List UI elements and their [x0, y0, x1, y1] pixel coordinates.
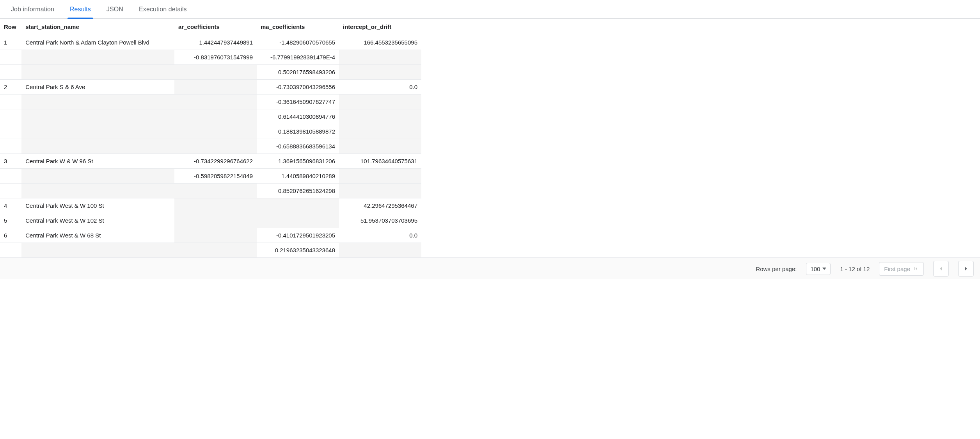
cell-ar-coefficient	[174, 95, 257, 109]
cell-ma-coefficient: -0.6588836683596134	[257, 139, 339, 154]
cell-row-number: 1	[0, 35, 21, 50]
cell-ar-coefficient	[174, 213, 257, 228]
cell-station-name: Central Park W & W 96 St	[21, 154, 174, 169]
cell-ar-coefficient	[174, 109, 257, 124]
cell-ma-coefficient: 0.21963235043323648	[257, 243, 339, 258]
cell-intercept	[339, 139, 421, 154]
cell-row-number	[0, 124, 21, 139]
cell-ar-coefficient: -0.7342299296764622	[174, 154, 257, 169]
table-row: 3Central Park W & W 96 St-0.734229929676…	[0, 154, 421, 169]
cell-row-number: 3	[0, 154, 21, 169]
table-row: 5Central Park West & W 102 St51.95370370…	[0, 213, 421, 228]
cell-intercept	[339, 95, 421, 109]
cell-intercept	[339, 65, 421, 80]
cell-row-number	[0, 95, 21, 109]
cell-ar-coefficient: -0.5982059822154849	[174, 169, 257, 184]
cell-row-number: 2	[0, 80, 21, 95]
col-header-station: start_station_name	[21, 19, 174, 35]
cell-ar-coefficient	[174, 184, 257, 198]
table-row: 0.8520762651624298	[0, 184, 421, 198]
tab-json[interactable]: JSON	[100, 0, 130, 19]
cell-station-name: Central Park West & W 100 St	[21, 198, 174, 213]
cell-ar-coefficient	[174, 65, 257, 80]
first-page-icon	[913, 266, 919, 272]
table-row: 0.5028176598493206	[0, 65, 421, 80]
chevron-right-icon	[962, 265, 970, 273]
table-row: 0.6144410300894776	[0, 109, 421, 124]
cell-ar-coefficient	[174, 80, 257, 95]
cell-row-number	[0, 169, 21, 184]
cell-intercept	[339, 184, 421, 198]
cell-intercept	[339, 50, 421, 65]
results-table: Row start_station_name ar_coefficients m…	[0, 19, 421, 257]
cell-station-name: Central Park West & W 68 St	[21, 228, 174, 243]
cell-ma-coefficient: -6.779919928391479E-4	[257, 50, 339, 65]
cell-intercept: 101.79634640575631	[339, 154, 421, 169]
cell-intercept	[339, 243, 421, 258]
cell-row-number	[0, 139, 21, 154]
cell-intercept: 166.4553235655095	[339, 35, 421, 50]
cell-row-number: 4	[0, 198, 21, 213]
cell-row-number	[0, 243, 21, 258]
cell-row-number	[0, 50, 21, 65]
cell-row-number	[0, 65, 21, 80]
cell-row-number: 6	[0, 228, 21, 243]
cell-intercept	[339, 109, 421, 124]
cell-ma-coefficient: 0.1881398105889872	[257, 124, 339, 139]
tab-job-information[interactable]: Job information	[5, 0, 60, 19]
cell-ma-coefficient: -0.7303970043296556	[257, 80, 339, 95]
cell-station-name	[21, 139, 174, 154]
cell-station-name: Central Park North & Adam Clayton Powell…	[21, 35, 174, 50]
cell-ma-coefficient: 0.6144410300894776	[257, 109, 339, 124]
cell-station-name: Central Park West & W 102 St	[21, 213, 174, 228]
tab-results[interactable]: Results	[64, 0, 97, 19]
cell-station-name	[21, 169, 174, 184]
cell-ar-coefficient: 1.442447937449891	[174, 35, 257, 50]
cell-ma-coefficient: 0.5028176598493206	[257, 65, 339, 80]
cell-ar-coefficient	[174, 139, 257, 154]
cell-intercept	[339, 124, 421, 139]
cell-ma-coefficient: -1.482906070570655	[257, 35, 339, 50]
cell-ma-coefficient: -0.4101729501923205	[257, 228, 339, 243]
cell-row-number	[0, 109, 21, 124]
table-row: 6Central Park West & W 68 St-0.410172950…	[0, 228, 421, 243]
rows-per-page-label: Rows per page:	[756, 266, 797, 272]
cell-station-name	[21, 184, 174, 198]
table-row: -0.3616450907827747	[0, 95, 421, 109]
cell-ma-coefficient: 1.3691565096831206	[257, 154, 339, 169]
cell-row-number: 5	[0, 213, 21, 228]
rows-per-page-value: 100	[810, 266, 820, 272]
cell-station-name	[21, 95, 174, 109]
cell-ar-coefficient	[174, 228, 257, 243]
cell-ar-coefficient	[174, 198, 257, 213]
cell-station-name	[21, 124, 174, 139]
cell-intercept: 42.29647295364467	[339, 198, 421, 213]
chevron-left-icon	[937, 265, 945, 273]
tab-execution-details[interactable]: Execution details	[133, 0, 193, 19]
table-row: -0.59820598221548491.440589840210289	[0, 169, 421, 184]
cell-intercept: 51.953703703703695	[339, 213, 421, 228]
results-tabs: Job information Results JSON Execution d…	[0, 0, 980, 19]
rows-per-page-select[interactable]: 100	[806, 263, 831, 275]
cell-intercept	[339, 169, 421, 184]
cell-station-name	[21, 109, 174, 124]
cell-station-name: Central Park S & 6 Ave	[21, 80, 174, 95]
table-header-row: Row start_station_name ar_coefficients m…	[0, 19, 421, 35]
col-header-ma: ma_coefficients	[257, 19, 339, 35]
cell-ma-coefficient	[257, 198, 339, 213]
cell-ma-coefficient: 1.440589840210289	[257, 169, 339, 184]
table-row: 4Central Park West & W 100 St42.29647295…	[0, 198, 421, 213]
table-row: -0.6588836683596134	[0, 139, 421, 154]
cell-row-number	[0, 184, 21, 198]
cell-station-name	[21, 50, 174, 65]
next-page-button[interactable]	[958, 261, 974, 277]
table-row: -0.8319760731547999-6.779919928391479E-4	[0, 50, 421, 65]
col-header-intercept: intercept_or_drift	[339, 19, 421, 35]
cell-station-name	[21, 65, 174, 80]
cell-ar-coefficient	[174, 124, 257, 139]
col-header-row: Row	[0, 19, 21, 35]
col-header-ar: ar_coefficients	[174, 19, 257, 35]
cell-intercept: 0.0	[339, 228, 421, 243]
table-row: 0.1881398105889872	[0, 124, 421, 139]
cell-station-name	[21, 243, 174, 258]
